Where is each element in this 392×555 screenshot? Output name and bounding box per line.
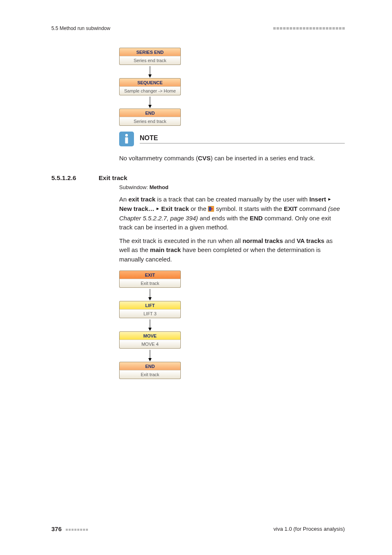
node-head: EXIT xyxy=(119,271,181,279)
footer-left: 376 xyxy=(51,525,88,532)
menu-separator-icon xyxy=(328,194,331,204)
footer-product: viva 1.0 (for Process analysis) xyxy=(274,526,345,532)
node-sub: Exit track xyxy=(119,370,181,379)
svg-marker-3 xyxy=(148,105,152,108)
svg-marker-6 xyxy=(328,198,331,201)
header-section-ref: 5.5 Method run subwindow xyxy=(51,25,110,31)
node-head: SEQUENCE xyxy=(119,78,181,86)
flow-node-end: END Exit track xyxy=(119,362,181,379)
svg-marker-12 xyxy=(148,297,152,301)
flow-node-series-end: SERIES END Series end track xyxy=(119,48,181,65)
node-head: LIFT xyxy=(119,301,181,309)
node-sub: MOVE 4 xyxy=(119,340,181,349)
paragraph-1: An exit track is a track that can be cre… xyxy=(119,194,345,232)
note-callout: NOTE No voltammetry commands (CVS) can b… xyxy=(119,132,345,163)
flow-node-sequence: SEQUENCE Sample changer -> Home xyxy=(119,78,181,95)
node-head: END xyxy=(119,362,181,370)
arrow-down-icon xyxy=(119,65,181,78)
svg-marker-16 xyxy=(148,358,152,361)
arrow-down-icon xyxy=(119,318,181,331)
flow-node-exit: EXIT Exit track xyxy=(119,271,181,288)
svg-marker-7 xyxy=(157,208,159,210)
exit-track-icon xyxy=(208,205,214,211)
menu-separator-icon xyxy=(156,204,159,213)
exit-track-flow-diagram: EXIT Exit track LIFT LIFT 3 MOVE MOVE 4 … xyxy=(119,271,181,379)
flow-node-end: END Series end track xyxy=(119,109,181,126)
info-icon xyxy=(119,132,134,146)
arrow-down-icon xyxy=(119,288,181,301)
svg-marker-14 xyxy=(148,328,152,331)
section-number: 5.5.1.2.6 xyxy=(51,174,99,182)
svg-marker-1 xyxy=(148,74,152,78)
node-sub: Exit track xyxy=(119,279,181,288)
subwindow-line: Subwindow: Method xyxy=(119,184,345,190)
page-number: 376 xyxy=(51,525,62,532)
node-sub: Sample changer -> Home xyxy=(119,86,181,95)
running-header: 5.5 Method run subwindow xyxy=(51,25,345,31)
header-decorative-dots xyxy=(273,27,345,30)
note-body: No voltammetry commands (CVS) can be ins… xyxy=(119,154,345,163)
node-sub: Series end track xyxy=(119,56,181,65)
page-footer: 376 viva 1.0 (for Process analysis) xyxy=(51,525,345,532)
node-sub: LIFT 3 xyxy=(119,309,181,318)
section-heading: 5.5.1.2.6 Exit track xyxy=(51,174,345,182)
svg-point-4 xyxy=(125,134,128,136)
svg-rect-5 xyxy=(125,137,128,143)
flow-node-move: MOVE MOVE 4 xyxy=(119,331,181,349)
node-head: MOVE xyxy=(119,331,181,340)
arrow-down-icon xyxy=(119,349,181,362)
svg-rect-9 xyxy=(209,207,211,211)
series-end-flow-diagram: SERIES END Series end track SEQUENCE Sam… xyxy=(119,48,345,163)
node-head: END xyxy=(119,109,181,117)
flow-node-lift: LIFT LIFT 3 xyxy=(119,301,181,318)
node-sub: Series end track xyxy=(119,117,181,126)
footer-decorative-dots xyxy=(66,529,88,531)
node-head: SERIES END xyxy=(119,48,181,56)
note-title: NOTE xyxy=(140,134,345,143)
section-title: Exit track xyxy=(99,174,345,182)
paragraph-2: The exit track is executed in the run wh… xyxy=(119,236,345,264)
arrow-down-icon xyxy=(119,95,181,109)
